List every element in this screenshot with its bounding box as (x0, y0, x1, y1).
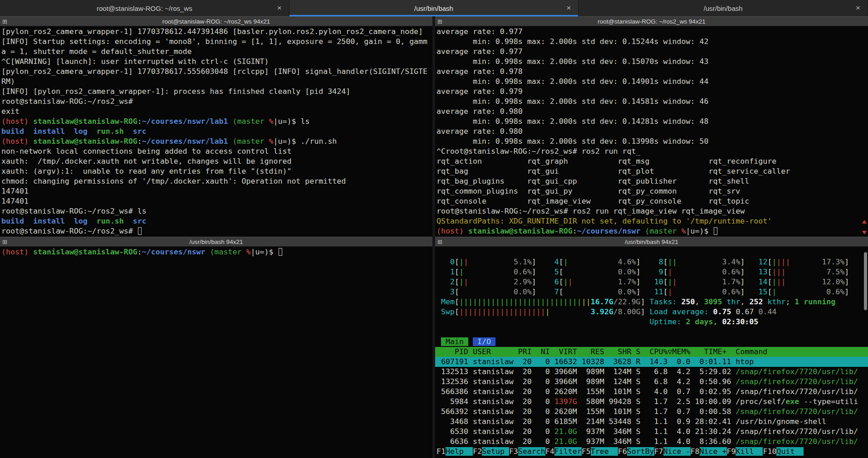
pane-title: /usr/bin/bash 94x21 (435, 239, 868, 245)
terminal-line: F1Help F2Setup F3SearchF4FilterF5Tree F6… (435, 447, 868, 457)
terminal-line: a = 1, shutter mode = default_shutter_mo… (0, 47, 432, 57)
terminal-line: average rate: 0.980 (435, 107, 868, 117)
terminal-line: root@stanislaw-ROG:~/ros2_ws# (0, 226, 432, 236)
tab-ros-ws[interactable]: root@stanislaw-ROG: ~/ros_ws × (0, 0, 289, 16)
terminal-line: 132513 stanislaw 20 0 3966M 989M 124M S … (435, 367, 868, 377)
terminal-line: ^Croot@stanislaw-ROG:~/ros2_ws# ros2 run… (435, 146, 868, 156)
terminal-line: 147401 (0, 196, 432, 206)
pane-bottom-left[interactable]: ⊞ /usr/bin/bash 94x21 (host) stanislaw@s… (0, 237, 432, 458)
terminal-line: root@stanislaw-ROG:~/ros2_ws# ls (0, 206, 432, 216)
terminal-line: 2[|| 2.9%] 6[|| 1.7%] 10[|| 1.7%] 14[|||… (435, 277, 868, 287)
terminal-line: rqt_common_plugins rqt_gui_py rqt_py_com… (435, 186, 868, 196)
pane-titlebar[interactable]: ⊞ /usr/bin/bash 94x21 (435, 237, 868, 247)
terminal-content[interactable]: [pylon_ros2_camera_wrapper-1] 1770378612… (0, 26, 432, 237)
terminal-line: 1[| 0.6%] 5[ 0.0%] 9[| 0.6%] 13[||| 7.5%… (435, 267, 868, 277)
tab-title: root@stanislaw-ROG: ~/ros_ws (97, 5, 192, 12)
terminal-line: rqt_bag rqt_gui rqt_plot rqt_service_cal… (435, 166, 868, 176)
terminal-line: Mem[|||||||||||||||||||||||||||||16.7G/2… (435, 297, 868, 307)
close-icon[interactable]: × (856, 4, 860, 13)
terminal-content[interactable]: (host) stanislaw@stanislaw-ROG:~/courses… (0, 247, 432, 458)
terminal-line: (host) stanislaw@stanislaw-ROG:~/courses… (435, 226, 868, 236)
terminal-line: root@stanislaw-ROG:~/ros2_ws# (0, 97, 432, 107)
terminal-line: xauth: /tmp/.docker.xauth not writable, … (0, 156, 432, 166)
text-cursor (137, 227, 142, 235)
terminal-line: min: 0.998s max: 2.000s std dev: 0.14901… (435, 77, 868, 87)
terminal-line: [pylon_ros2_camera_wrapper-1] 1770378617… (0, 67, 432, 77)
scrollbar-thumb[interactable] (864, 252, 867, 310)
terminal-line: QStandardPaths: XDG_RUNTIME_DIR not set,… (435, 216, 868, 226)
terminal-line: average rate: 0.977 (435, 47, 868, 57)
terminal-line: 566386 stanislaw 20 0 2620M 155M 101M S … (435, 387, 868, 397)
terminal-line: (host) stanislaw@stanislaw-ROG:~/courses… (0, 247, 432, 257)
terminal-line: RM) (0, 77, 432, 87)
terminal-line: average rate: 0.979 (435, 87, 868, 97)
terminal-line: rqt_action rqt_graph rqt_msg rqt_reconfi… (435, 156, 868, 166)
tab-title: /usr/bin/bash (704, 5, 743, 12)
terminal-line: exit (0, 107, 432, 117)
terminal-line: ^C[WARNING] [launch]: user interrupted w… (0, 57, 432, 67)
tab-bash-1[interactable]: /usr/bin/bash × (289, 0, 579, 16)
pane-top-left[interactable]: ⊞ root@stanislaw-ROG: ~/ros2_ws 94x21 [p… (0, 16, 432, 237)
pane-title: root@stanislaw-ROG: ~/ros2_ws 94x21 (435, 18, 868, 25)
terminal-line: [INFO] [pylon_ros2_camera_wrapper-1]: pr… (0, 87, 432, 97)
tab-title: /usr/bin/bash (414, 5, 453, 12)
terminal-line: Uptime: 2 days, 02:30:05 (435, 317, 868, 327)
terminal-line (435, 247, 868, 257)
scroll-indicator-icon (862, 220, 867, 224)
terminal-line: rqt_console rqt_image_view rqt_py_consol… (435, 196, 868, 206)
terminal-line: non-network local connections being adde… (0, 146, 432, 156)
terminal-line: 0[|| 5.1%] 4[| 4.6%] 8[|| 3.4%] 12[|||| … (435, 257, 868, 267)
terminal-line: build install log run.sh src (0, 127, 432, 136)
pane-bottom-right[interactable]: ⊞ /usr/bin/bash 94x21 0[|| 5.1%] 4[| 4.6… (435, 237, 868, 458)
terminal-line: root@stanislaw-ROG:~/ros2_ws# ros2 run r… (435, 206, 868, 216)
terminal-line: 3[ 0.0%] 7[ 0.0%] 11[| 0.6%] 15[| 0.6%] (435, 287, 868, 297)
pane-top-right[interactable]: ⊞ root@stanislaw-ROG: ~/ros2_ws 94x21 av… (435, 16, 868, 237)
terminal-line: 147401 (0, 186, 432, 196)
terminal-line: 5984 stanislaw 20 0 1397G 580M 99428 S 1… (435, 397, 868, 407)
scroll-indicator-icon (862, 231, 867, 234)
terminal-line: Main I/O (435, 337, 868, 347)
text-cursor (278, 248, 283, 256)
terminal-line: 3468 stanislaw 20 0 6185M 214M 53448 S 1… (435, 417, 868, 427)
terminal-line: min: 0.998s max: 2.000s std dev: 0.15244… (435, 37, 868, 47)
pane-titlebar[interactable]: ⊞ root@stanislaw-ROG: ~/ros2_ws 94x21 (0, 16, 432, 26)
close-icon[interactable]: × (277, 4, 282, 13)
terminal-line: 6530 stanislaw 20 0 21.0G 937M 346M S 1.… (435, 427, 868, 437)
pane-titlebar[interactable]: ⊞ root@stanislaw-ROG: ~/ros2_ws 94x21 (435, 16, 868, 26)
terminal-line: average rate: 0.978 (435, 67, 868, 77)
pane-title: /usr/bin/bash 94x21 (0, 239, 432, 245)
terminal-line: [INFO] Startup settings: encoding = 'mon… (0, 37, 432, 47)
tab-bash-2[interactable]: /usr/bin/bash × (579, 0, 868, 16)
terminal-line: 566392 stanislaw 20 0 2620M 155M 101M S … (435, 407, 868, 417)
terminal-line: Swp[|||||||||||||||||||| 3.92G/8.00G] Lo… (435, 307, 868, 317)
grid-icon: ⊞ (437, 239, 442, 245)
grid-icon: ⊞ (437, 19, 442, 24)
text-cursor (713, 227, 718, 235)
terminal-line: (host) stanislaw@stanislaw-ROG:~/courses… (0, 117, 432, 127)
terminal-line: PID USER PRI NI VIRT RES SHR S CPU%▽MEM%… (435, 347, 868, 357)
left-column: ⊞ root@stanislaw-ROG: ~/ros2_ws 94x21 [p… (0, 16, 432, 458)
terminal-line: min: 0.998s max: 2.000s std dev: 0.15070… (435, 57, 868, 67)
terminal-line: rqt_bag_plugins rqt_gui_cpp rqt_publishe… (435, 176, 868, 186)
terminal-line: min: 0.998s max: 2.000s std dev: 0.13998… (435, 136, 868, 146)
terminal-line: 6636 stanislaw 20 0 21.0G 937M 346M S 1.… (435, 437, 868, 447)
terminal-line: average rate: 0.977 (435, 27, 868, 37)
terminal-line: [pylon_ros2_camera_wrapper-1] 1770378612… (0, 27, 432, 37)
terminal-line: average rate: 0.980 (435, 127, 868, 136)
terminal-content[interactable]: average rate: 0.977 min: 0.998s max: 2.0… (435, 26, 868, 237)
grid-icon: ⊞ (2, 239, 7, 245)
tab-bar: root@stanislaw-ROG: ~/ros_ws × /usr/bin/… (0, 0, 868, 16)
terminal-line: build install log run.sh src (0, 216, 432, 226)
terminator-window: root@stanislaw-ROG: ~/ros_ws × /usr/bin/… (0, 0, 868, 458)
terminal-line: min: 0.998s max: 2.000s std dev: 0.14281… (435, 117, 868, 127)
grid-icon: ⊞ (2, 19, 7, 24)
terminal-line: 607191 stanislaw 20 0 16632 10328 3628 R… (435, 357, 868, 367)
right-column: ⊞ root@stanislaw-ROG: ~/ros2_ws 94x21 av… (435, 16, 868, 458)
terminal-line (435, 327, 868, 337)
close-icon[interactable]: × (566, 4, 571, 13)
terminal-content[interactable]: 0[|| 5.1%] 4[| 4.6%] 8[|| 3.4%] 12[|||| … (435, 247, 868, 458)
terminal-line: (host) stanislaw@stanislaw-ROG:~/courses… (0, 136, 432, 146)
terminal-line: xauth: (argv):1: unable to read any entr… (0, 166, 432, 176)
pane-titlebar[interactable]: ⊞ /usr/bin/bash 94x21 (0, 237, 432, 247)
pane-title: root@stanislaw-ROG: ~/ros2_ws 94x21 (0, 18, 432, 25)
